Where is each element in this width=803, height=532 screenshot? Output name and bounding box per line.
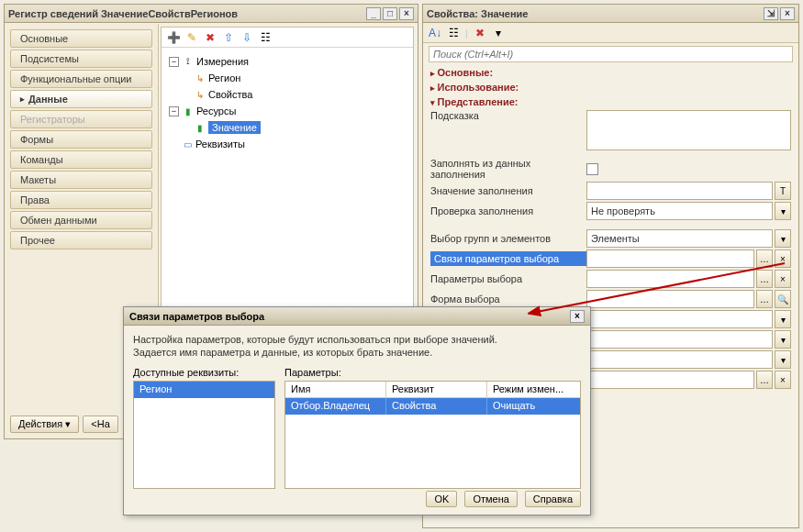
prop-group-elem: Выбор групп и элементов Элементы ▾ [423, 228, 798, 249]
dropdown-icon[interactable]: ▾ [775, 310, 791, 328]
tree-dim-region[interactable]: ↳ Регион [165, 70, 409, 86]
section-presentation[interactable]: Представление: [423, 94, 798, 109]
prop-fill-from-data: Заполнять из данных заполнения [423, 157, 798, 181]
nav-item-data[interactable]: Данные [10, 90, 152, 108]
open-dialog-button[interactable]: … [756, 249, 773, 268]
table-row[interactable]: Отбор.Владелец Свойства Очищать [285, 398, 580, 415]
link-params-field[interactable] [586, 249, 754, 268]
blank-field[interactable] [586, 330, 773, 349]
clear-button[interactable]: × [775, 270, 791, 288]
nav-item-rights[interactable]: Права [10, 191, 152, 209]
dropdown-icon[interactable]: ▾ [775, 330, 791, 349]
dialog-footer: OK Отмена Справка [426, 491, 581, 507]
open-dialog-button[interactable]: … [756, 290, 773, 308]
nav-item-subsystems[interactable]: Подсистемы [10, 50, 152, 68]
pin-button[interactable]: ⇲ [764, 7, 778, 20]
tree-requisites[interactable]: ▭ Реквизиты [165, 136, 409, 152]
dialog-title: Связи параметров выбора [129, 311, 264, 322]
resources-icon: ▮ [183, 106, 194, 116]
cancel-button[interactable]: Отмена [464, 491, 517, 507]
tree-dimensions[interactable]: − ⟟ Измерения [165, 53, 409, 70]
fill-check-field[interactable]: Не проверять [586, 202, 773, 220]
clear-icon[interactable]: ✖ [474, 27, 486, 39]
link-params-dialog: Связи параметров выбора × Настройка пара… [123, 306, 591, 515]
move-down-icon[interactable]: ⇩ [240, 31, 253, 44]
section-usage[interactable]: Использование: [423, 80, 798, 94]
register-title: Регистр сведений ЗначениеСвойствРегионов [8, 8, 364, 19]
list-item[interactable]: Регион [134, 382, 274, 398]
group-elem-field[interactable]: Элементы [586, 229, 773, 248]
dropdown-icon[interactable]: ▾ [775, 202, 791, 220]
tree-dim-props[interactable]: ↳ Свойства [165, 86, 409, 103]
nav-item-other[interactable]: Прочее [10, 231, 152, 249]
dialog-right-col: Параметры: Имя Реквизит Режим измен... О… [284, 367, 581, 489]
clear-button[interactable]: × [775, 249, 791, 268]
prop-link-params: Связи параметров выбора … × [423, 249, 798, 269]
fill-from-data-checkbox[interactable] [586, 163, 598, 175]
prop-hint: Подсказка [423, 109, 798, 151]
prop-fill-value: Значение заполнения T [423, 181, 798, 201]
type-button[interactable]: T [775, 182, 791, 200]
open-dialog-button[interactable]: … [756, 371, 773, 389]
delete-icon[interactable]: ✖ [204, 31, 217, 44]
nav-item-registrators: Регистраторы [10, 110, 152, 128]
properties-titlebar: Свойства: Значение ⇲ × [423, 5, 798, 23]
nav-item-main[interactable]: Основные [10, 29, 152, 48]
nav-item-layouts[interactable]: Макеты [10, 171, 152, 189]
dimensions-icon: ⟟ [183, 56, 194, 67]
dialog-description: Настройка параметров, которые будут испо… [133, 333, 581, 360]
collapse-icon[interactable]: − [169, 57, 179, 67]
nav-item-funcopts[interactable]: Функциональные опции [10, 70, 152, 88]
properties-icon[interactable]: ☷ [259, 31, 272, 44]
params-table[interactable]: Имя Реквизит Режим измен... Отбор.Владел… [284, 381, 581, 489]
collapse-icon[interactable]: − [169, 106, 179, 116]
tree-res-value[interactable]: ▮ Значение [165, 119, 409, 136]
close-button[interactable]: × [399, 7, 414, 20]
categories-icon[interactable]: ☷ [447, 27, 460, 39]
minimize-button[interactable]: _ [366, 7, 381, 20]
search-input[interactable] [429, 46, 793, 62]
nav-item-commands[interactable]: Команды [10, 150, 152, 169]
section-main[interactable]: Основные: [423, 65, 798, 80]
close-button[interactable]: × [780, 7, 795, 20]
nav-item-exchange[interactable]: Обмен данными [10, 211, 152, 229]
tree-toolbar: ➕ ✎ ✖ ⇧ ⇩ ☷ [162, 28, 413, 48]
actions-button[interactable]: Действия ▾ [10, 416, 79, 433]
sel-form-field[interactable] [586, 290, 754, 308]
requisites-icon: ▭ [182, 139, 193, 150]
sel-params-field[interactable] [586, 270, 754, 288]
dialog-close-button[interactable]: × [570, 310, 585, 323]
tree: − ⟟ Измерения ↳ Регион ↳ Свойства − ▮ Ре… [162, 48, 413, 158]
dropdown-icon[interactable]: ▾ [775, 229, 791, 248]
register-titlebar: Регистр сведений ЗначениеСвойствРегионов… [5, 5, 418, 23]
edit-icon[interactable]: ✎ [185, 31, 198, 44]
fill-value-field[interactable] [586, 182, 773, 200]
add-icon[interactable]: ➕ [167, 31, 180, 44]
prop-fill-check: Проверка заполнения Не проверять ▾ [423, 201, 798, 221]
sort-az-icon[interactable]: A↓ [429, 27, 441, 39]
dialog-left-col: Доступные реквизиты: Регион [133, 367, 275, 489]
open-dialog-button[interactable]: … [756, 270, 773, 288]
table-header: Имя Реквизит Режим измен... [285, 382, 580, 398]
blank-field[interactable] [586, 371, 754, 389]
back-button[interactable]: <На [83, 416, 118, 433]
search-button[interactable]: 🔍 [775, 290, 791, 308]
properties-title: Свойства: Значение [427, 8, 762, 19]
dropdown-icon[interactable]: ▾ [492, 27, 505, 39]
blank-field[interactable] [586, 350, 773, 369]
nav-item-forms[interactable]: Формы [10, 130, 152, 149]
available-list[interactable]: Регион [133, 381, 275, 489]
properties-search [429, 46, 793, 62]
dimension-icon: ↳ [195, 73, 206, 83]
blank-field[interactable] [586, 310, 773, 328]
resource-icon: ▮ [195, 123, 206, 133]
help-button[interactable]: Справка [525, 491, 581, 507]
maximize-button[interactable]: □ [383, 7, 397, 20]
hint-textarea[interactable] [586, 110, 791, 150]
tree-resources[interactable]: − ▮ Ресурсы [165, 103, 409, 119]
clear-button[interactable]: × [775, 371, 791, 389]
dropdown-icon[interactable]: ▾ [775, 350, 791, 369]
dialog-body: Настройка параметров, которые будут испо… [124, 326, 590, 496]
ok-button[interactable]: OK [426, 491, 457, 507]
move-up-icon[interactable]: ⇧ [222, 31, 235, 44]
